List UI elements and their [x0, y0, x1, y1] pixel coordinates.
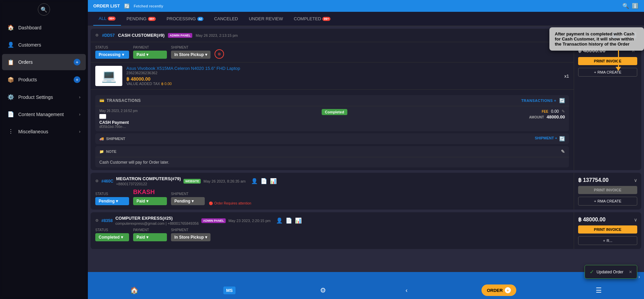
chart-icon-8358[interactable]: 📊: [295, 217, 302, 224]
print-invoice-button-dd57[interactable]: PRINT INVOICE: [578, 57, 637, 65]
expand-btn-460c[interactable]: ∨: [634, 178, 637, 183]
back-nav-button[interactable]: ‹: [405, 287, 407, 294]
chevron-down-pay-8358: ▾: [146, 235, 148, 240]
tab-completed[interactable]: COMPLETED 99+: [289, 12, 336, 25]
sidebar-item-product-settings[interactable]: ⚙️ Product Settings ›: [2, 89, 86, 105]
sidebar-item-label: Orders: [18, 59, 33, 65]
sidebar-item-customers[interactable]: 👤 Customers: [2, 37, 86, 53]
tab-pending[interactable]: PENDING 99+: [121, 12, 161, 25]
shipment-add-label: SHIPMENT +: [535, 136, 557, 141]
payment-dropdown-paid[interactable]: Paid ▾: [133, 51, 167, 59]
rma-create-button-dd57[interactable]: + RMA CREATE: [578, 68, 637, 77]
laptop-icon: 💻: [101, 69, 117, 83]
sidebar-item-content-management[interactable]: 📄 Content Management ›: [2, 106, 86, 122]
chevron-right-icon: ›: [79, 95, 80, 100]
product-qty-dd57: x1: [564, 74, 569, 79]
sidebar-item-label: Customers: [18, 42, 41, 48]
fee-value: 0.00: [551, 109, 559, 114]
doc-icon-460c[interactable]: 📄: [261, 178, 267, 184]
product-name-dd57: Asus Vivobook X515MA Celeron N4020 15.6"…: [126, 66, 560, 71]
sidebar-item-dashboard[interactable]: 🏠 Dashboard: [2, 20, 86, 35]
transaction-method: CASH Payment: [99, 120, 140, 125]
customer-name-dd57: CASH CUSTOMER(#9): [118, 33, 165, 38]
payment-dropdown-460c[interactable]: Paid ▾: [133, 197, 167, 205]
doc-icon-8358[interactable]: 📄: [286, 217, 292, 224]
print-invoice-button-8358[interactable]: PRINT INVOICE: [578, 225, 637, 234]
tab-canceled-label: CANCELED: [214, 16, 238, 21]
transactions-add-label: TRANSACTIONS +: [521, 99, 556, 103]
user-icon-460c[interactable]: 👤: [251, 178, 258, 184]
order-date-8358: May 23 2023, 2:20:15 pm: [228, 219, 271, 223]
cancel-circle-button-dd57[interactable]: ⊗: [215, 49, 224, 59]
shipment-dropdown-460c[interactable]: Pending ▾: [171, 197, 205, 205]
order-button[interactable]: ORDER +: [481, 284, 516, 296]
tab-pending-label: PENDING: [126, 16, 146, 21]
shipment-panel-actions: SHIPMENT + 🔄: [535, 136, 565, 141]
transaction-status-badge: Completed: [322, 109, 348, 115]
print-invoice-button-460c[interactable]: PRINT INVOICE: [578, 186, 637, 194]
chevron-down-icon: ▾: [122, 52, 124, 57]
orders-icon: 📋: [7, 59, 14, 65]
sidebar-item-label: Content Management: [18, 112, 64, 117]
sidebar: 🔍 🏠 Dashboard 👤 Customers 📋 Orders + 📦 P…: [0, 0, 88, 299]
tab-under-review-label: UNDER REVIEW: [249, 16, 283, 21]
shipment-refresh-icon[interactable]: 🔄: [559, 136, 565, 141]
status-dropdown-8358[interactable]: Completed ▾: [95, 233, 129, 241]
expand-btn-8358[interactable]: ∨: [634, 217, 637, 222]
search-top-icon[interactable]: 🔍: [622, 3, 629, 9]
order-settings-icon-8358: ⚙: [95, 218, 99, 223]
note-panel-dd57: 📁 NOTE ✎ Cash Customer will pay for Orde…: [95, 146, 569, 167]
chevron-down-8358: ▾: [121, 235, 123, 240]
next-page-button[interactable]: ›: [638, 274, 640, 279]
attention-460c: 🔴 Order Requires attention: [209, 201, 251, 205]
product-info-dd57: Asus Vivobook X515MA Celeron N4020 15.6"…: [126, 66, 560, 86]
order-header-8358: ⚙ #8358 COMPUTER EXPRESS(#25) computerex…: [95, 216, 569, 225]
ms-badge-btn[interactable]: MS: [218, 284, 241, 297]
search-button[interactable]: 🔍: [38, 3, 50, 16]
tab-all-badge: 99+: [108, 17, 116, 21]
tab-canceled[interactable]: CANCELED: [209, 12, 244, 25]
home-bottom-btn[interactable]: 🏠: [125, 283, 144, 297]
rma-create-button-8358[interactable]: + R...: [578, 236, 637, 245]
order-id-460c: #460C: [101, 179, 113, 184]
info-icon[interactable]: ℹ️: [632, 3, 639, 9]
tab-processing[interactable]: PROCESSING 42: [161, 12, 209, 25]
tab-all[interactable]: ALL 99+: [93, 12, 121, 26]
products-add-button[interactable]: +: [74, 76, 80, 83]
refresh-icon[interactable]: 🔄: [124, 3, 130, 9]
sidebar-item-products[interactable]: 📦 Products +: [2, 72, 86, 88]
sidebar-item-miscellaneous[interactable]: ⋮ Miscellaneous ›: [2, 124, 86, 139]
fee-edit-icon[interactable]: ✎: [562, 109, 565, 114]
chevron-right-icon-3: ›: [79, 129, 80, 134]
status-dropdown-processing[interactable]: Processing ▾: [95, 51, 129, 59]
transactions-refresh-icon[interactable]: 🔄: [559, 98, 565, 103]
callout-tooltip: After payment is completed with Cash for…: [549, 27, 644, 51]
customer-name-8358: COMPUTER EXPRESS(#25): [115, 216, 199, 221]
tab-under-review[interactable]: UNDER REVIEW: [243, 12, 288, 25]
rma-create-button-460c[interactable]: + RMA CREATE: [578, 197, 637, 206]
status-dropdown-460c[interactable]: Pending ▾: [95, 197, 129, 205]
orders-add-button[interactable]: +: [74, 59, 80, 65]
settings-bottom-btn[interactable]: ⚙: [315, 283, 331, 297]
product-price-dd57: ฿ 48000.00: [126, 76, 560, 82]
tab-completed-badge: 99+: [322, 17, 330, 21]
order-btn-label: ORDER: [487, 288, 503, 293]
sidebar-item-orders[interactable]: 📋 Orders +: [2, 54, 86, 70]
menu-bottom-icon: ☰: [596, 286, 602, 294]
shipment-dropdown-8358[interactable]: In Store Pickup ▾: [171, 233, 210, 241]
shipment-dropdown-instore[interactable]: In Store Pickup ▾: [171, 51, 210, 59]
transactions-panel-header: 💳 TRANSACTIONS TRANSACTIONS + 🔄: [95, 95, 569, 106]
user-icon-8358[interactable]: 👤: [276, 217, 283, 224]
note-edit-icon[interactable]: ✎: [561, 149, 565, 154]
payment-dropdown-8358[interactable]: Paid ▾: [133, 233, 167, 241]
tab-completed-label: COMPLETED: [294, 16, 321, 21]
transaction-id: df35b1bd-766e-...: [99, 125, 140, 129]
truck-icon: 🚚: [99, 137, 104, 141]
ms-badge: MS: [223, 287, 236, 294]
toast-close-button[interactable]: ✕: [629, 270, 632, 274]
order-card-8358: ⚙ #8358 COMPUTER EXPRESS(#25) computerex…: [91, 212, 641, 249]
content-area: ORDER LIST 🔄 Fetched recently 🔍 ℹ️ ALL 9…: [88, 0, 644, 299]
customer-info-8358: COMPUTER EXPRESS(#25) computerexpress@gm…: [115, 216, 199, 225]
chart-icon-460c[interactable]: 📊: [270, 178, 277, 184]
menu-bottom-btn[interactable]: ☰: [590, 283, 607, 297]
